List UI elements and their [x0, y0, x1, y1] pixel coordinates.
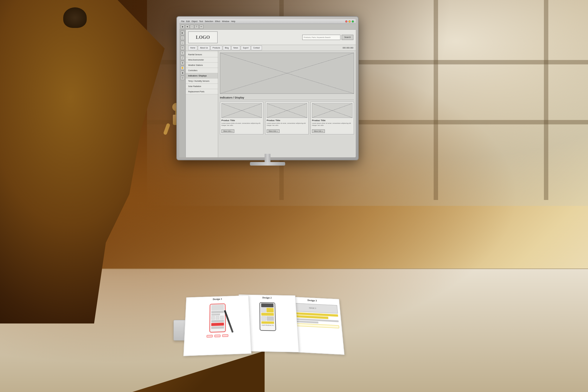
tool-measure[interactable]: ⊡ — [181, 76, 185, 80]
product-desc-1: Lorem ipsum dolor sit amet, consectetur … — [221, 122, 262, 126]
menu-object[interactable]: Object — [191, 20, 197, 22]
menu-help[interactable]: Help — [231, 20, 235, 22]
window-frame-v2 — [434, 0, 438, 200]
product-cards-row: Produc Title Lorem ipsum dolor sit amet,… — [220, 102, 354, 134]
search-area: Products, Parts, Keywords Search Search — [302, 35, 353, 40]
menu-temp[interactable]: Temp / Humidity Sensors — [186, 79, 218, 84]
menu-window[interactable]: Window — [222, 20, 229, 22]
phone-sketch-1 — [209, 303, 226, 333]
product-image-2 — [267, 103, 307, 118]
product-title-1: Produc Title — [221, 119, 262, 122]
menu-text[interactable]: Text — [199, 20, 203, 22]
nav-news[interactable]: News — [231, 46, 240, 50]
wireframe-body: Rainfall Sensors Wind Anemometer Weather… — [186, 51, 356, 157]
menu-rainfall[interactable]: Rainfall Sensors — [186, 52, 218, 57]
product-title-3: Produc Title — [312, 119, 353, 122]
more-info-btn-3[interactable]: More Info » — [312, 129, 325, 133]
title-bar: File Edit Object Text Selection Effect W… — [179, 19, 356, 24]
menu-controllers[interactable]: Controllers — [186, 68, 218, 73]
paper-wireframes: Design 1 — [182, 291, 300, 355]
paper-design-1: Design 1 — [183, 295, 251, 356]
product-card-1: Produc Title Lorem ipsum dolor sit amet,… — [220, 102, 263, 134]
nav-phone: 000-000-000 — [343, 47, 353, 49]
monitor-screen: File Edit Object Text Selection Effect W… — [179, 19, 356, 157]
product-img-x2 — [267, 104, 307, 118]
design1-title: Design 1 — [186, 296, 249, 303]
background: File Edit Object Text Selection Effect W… — [0, 0, 588, 392]
wireframe-menu: Rainfall Sensors Wind Anemometer Weather… — [186, 51, 218, 157]
monitor-area: File Edit Object Text Selection Effect W… — [176, 16, 359, 178]
monitor-frame: File Edit Object Text Selection Effect W… — [176, 16, 359, 160]
menu-weather[interactable]: Weather Stations — [186, 63, 218, 68]
menu-wind[interactable]: Wind Anemometer — [186, 57, 218, 63]
wireframe-header: LOGO Products, Parts, Keywords Search Se… — [186, 30, 356, 45]
wireframe-content: LOGO Products, Parts, Keywords Search Se… — [186, 30, 356, 157]
tool-fill[interactable]: ◉ — [181, 71, 185, 75]
search-placeholder-text: Products, Parts, Keywords Search — [304, 36, 330, 38]
tool-hand[interactable]: ✋ — [181, 66, 185, 70]
nav-support[interactable]: Suport — [241, 46, 250, 50]
product-img-x1 — [222, 104, 262, 118]
monitor-stand-base — [250, 162, 285, 166]
menu-selection[interactable]: Selection — [205, 20, 213, 22]
nav-contact[interactable]: Contact — [251, 46, 262, 50]
hair-bun — [63, 7, 87, 28]
hero-x-mark — [220, 53, 354, 94]
minimize-button[interactable] — [348, 20, 351, 23]
product-card-2: Produc Title Lorem ipsum dolor sit amet,… — [265, 102, 309, 134]
category-title: Indicators / Display — [220, 96, 354, 100]
toolbar-tool-2[interactable]: ■ — [185, 25, 189, 29]
logo-placeholder: LOGO — [188, 31, 218, 43]
menu-indicators[interactable]: Indicators / Displays — [186, 73, 218, 79]
menu-solar[interactable]: Solar Radiation — [186, 84, 218, 89]
search-button[interactable]: Search — [342, 35, 353, 40]
wireframe-main: Indicators / Display Produc Title Lorem — [218, 51, 356, 157]
title-bar-menus: File Edit Object Text Selection Effect W… — [181, 20, 235, 22]
tool-ellipse[interactable]: ○ — [181, 41, 185, 45]
more-info-btn-2[interactable]: More Info » — [267, 129, 280, 133]
product-image-3 — [312, 103, 353, 118]
nav-blog[interactable]: Blog — [223, 46, 231, 50]
wireframe-nav: Home About Us Products Blog News Suport … — [186, 45, 356, 51]
toolbar-tool-1[interactable]: ▶ — [181, 25, 185, 29]
menu-edit[interactable]: Edit — [186, 20, 190, 22]
product-desc-2: Lorem ipsum dolor sit amet, consectetur … — [267, 122, 307, 126]
tool-pen[interactable]: ✏ — [181, 46, 185, 50]
menu-file[interactable]: File — [181, 20, 184, 22]
close-button[interactable] — [345, 20, 348, 23]
product-image-1 — [221, 103, 262, 118]
maximize-button[interactable] — [352, 20, 354, 23]
toolbar-tool-4[interactable]: T — [195, 25, 199, 29]
nav-home[interactable]: Home — [188, 46, 197, 50]
phone-sketch-2: OUR PRODUCTS — [259, 302, 276, 331]
nav-about[interactable]: About Us — [198, 46, 210, 50]
nav-products[interactable]: Products — [211, 46, 222, 50]
menu-effect[interactable]: Effect — [215, 20, 220, 22]
hero-image-placeholder — [220, 53, 354, 94]
title-bar-controls — [345, 20, 354, 23]
product-img-x3 — [312, 104, 352, 118]
tool-select[interactable]: ▶ — [181, 31, 185, 35]
tools-sidebar: ▶ □ ○ ✏ T ╱ ⊕ ✋ ◉ ⊡ — [179, 30, 186, 157]
menu-replacement[interactable]: Replacement Parts — [186, 89, 218, 94]
product-title-2: Produc Title — [267, 119, 307, 122]
tool-text[interactable]: T — [181, 51, 185, 55]
more-info-btn-1[interactable]: More Info » — [221, 129, 234, 133]
search-input-box[interactable]: Products, Parts, Keywords Search — [302, 35, 340, 40]
product-card-3: Produc Title Lorem ipsum dolor sit amet,… — [310, 102, 354, 134]
tool-rect[interactable]: □ — [181, 36, 185, 40]
toolbar-tool-5[interactable]: ✏ — [199, 25, 203, 29]
tool-line[interactable]: ╱ — [181, 56, 185, 60]
product-desc-3: Lorem ipsum dolor sit amet, consectetur … — [312, 122, 353, 126]
window-frame-v3 — [544, 0, 548, 200]
toolbar: ▶ ■ ○ T ✏ — [179, 24, 356, 30]
monitor-stand-neck — [265, 154, 270, 163]
toolbar-tool-3[interactable]: ○ — [190, 25, 194, 29]
tool-zoom[interactable]: ⊕ — [181, 61, 185, 65]
